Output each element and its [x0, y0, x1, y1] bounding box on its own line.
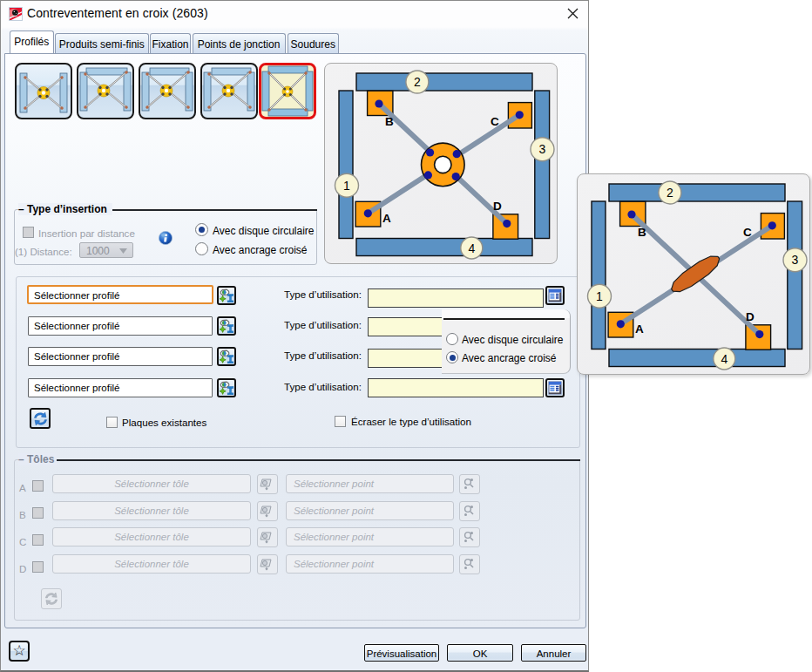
svg-text:3: 3 [792, 253, 799, 267]
svg-text:D: D [493, 200, 502, 213]
svg-text:B: B [638, 226, 646, 239]
svg-text:4: 4 [468, 241, 475, 255]
svg-text:2: 2 [414, 75, 421, 89]
svg-text:C: C [743, 226, 752, 239]
svg-text:D: D [746, 310, 754, 323]
svg-text:3: 3 [539, 142, 546, 156]
svg-text:C: C [491, 115, 499, 128]
svg-text:1: 1 [596, 289, 603, 303]
svg-text:2: 2 [667, 186, 673, 200]
svg-text:A: A [382, 212, 391, 225]
svg-text:A: A [635, 322, 644, 336]
svg-text:4: 4 [721, 352, 727, 366]
svg-text:B: B [385, 115, 394, 128]
svg-text:1: 1 [343, 179, 350, 193]
